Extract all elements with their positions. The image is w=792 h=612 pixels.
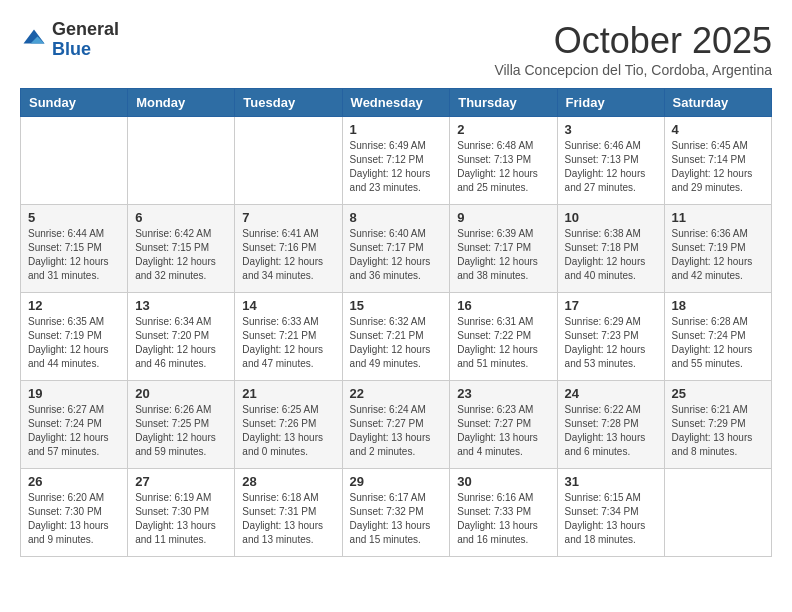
calendar-cell: [128, 117, 235, 205]
calendar-cell: [664, 469, 771, 557]
day-info: Sunrise: 6:35 AMSunset: 7:19 PMDaylight:…: [28, 315, 120, 371]
day-info: Sunrise: 6:20 AMSunset: 7:30 PMDaylight:…: [28, 491, 120, 547]
day-info: Sunrise: 6:27 AMSunset: 7:24 PMDaylight:…: [28, 403, 120, 459]
calendar-body: 1Sunrise: 6:49 AMSunset: 7:12 PMDaylight…: [21, 117, 772, 557]
day-info: Sunrise: 6:15 AMSunset: 7:34 PMDaylight:…: [565, 491, 657, 547]
day-info: Sunrise: 6:49 AMSunset: 7:12 PMDaylight:…: [350, 139, 443, 195]
calendar-cell: 7Sunrise: 6:41 AMSunset: 7:16 PMDaylight…: [235, 205, 342, 293]
calendar-cell: 30Sunrise: 6:16 AMSunset: 7:33 PMDayligh…: [450, 469, 557, 557]
day-number: 22: [350, 386, 443, 401]
day-info: Sunrise: 6:22 AMSunset: 7:28 PMDaylight:…: [565, 403, 657, 459]
day-number: 24: [565, 386, 657, 401]
calendar-cell: 4Sunrise: 6:45 AMSunset: 7:14 PMDaylight…: [664, 117, 771, 205]
day-number: 15: [350, 298, 443, 313]
calendar-cell: 2Sunrise: 6:48 AMSunset: 7:13 PMDaylight…: [450, 117, 557, 205]
logo: General Blue: [20, 20, 119, 60]
calendar-cell: 16Sunrise: 6:31 AMSunset: 7:22 PMDayligh…: [450, 293, 557, 381]
calendar-cell: 20Sunrise: 6:26 AMSunset: 7:25 PMDayligh…: [128, 381, 235, 469]
header-row: Sunday Monday Tuesday Wednesday Thursday…: [21, 89, 772, 117]
day-info: Sunrise: 6:40 AMSunset: 7:17 PMDaylight:…: [350, 227, 443, 283]
day-number: 8: [350, 210, 443, 225]
calendar-cell: 12Sunrise: 6:35 AMSunset: 7:19 PMDayligh…: [21, 293, 128, 381]
day-number: 5: [28, 210, 120, 225]
day-info: Sunrise: 6:46 AMSunset: 7:13 PMDaylight:…: [565, 139, 657, 195]
logo-icon: [20, 26, 48, 54]
day-number: 10: [565, 210, 657, 225]
title-section: October 2025 Villa Concepcion del Tio, C…: [494, 20, 772, 78]
day-info: Sunrise: 6:28 AMSunset: 7:24 PMDaylight:…: [672, 315, 764, 371]
col-saturday: Saturday: [664, 89, 771, 117]
calendar-cell: 13Sunrise: 6:34 AMSunset: 7:20 PMDayligh…: [128, 293, 235, 381]
day-info: Sunrise: 6:19 AMSunset: 7:30 PMDaylight:…: [135, 491, 227, 547]
day-number: 29: [350, 474, 443, 489]
calendar-cell: 14Sunrise: 6:33 AMSunset: 7:21 PMDayligh…: [235, 293, 342, 381]
day-info: Sunrise: 6:42 AMSunset: 7:15 PMDaylight:…: [135, 227, 227, 283]
calendar-cell: 3Sunrise: 6:46 AMSunset: 7:13 PMDaylight…: [557, 117, 664, 205]
day-info: Sunrise: 6:31 AMSunset: 7:22 PMDaylight:…: [457, 315, 549, 371]
logo-general: General: [52, 20, 119, 40]
calendar-cell: 6Sunrise: 6:42 AMSunset: 7:15 PMDaylight…: [128, 205, 235, 293]
calendar-cell: 11Sunrise: 6:36 AMSunset: 7:19 PMDayligh…: [664, 205, 771, 293]
location-subtitle: Villa Concepcion del Tio, Cordoba, Argen…: [494, 62, 772, 78]
day-number: 28: [242, 474, 334, 489]
day-number: 19: [28, 386, 120, 401]
day-number: 30: [457, 474, 549, 489]
day-number: 6: [135, 210, 227, 225]
day-info: Sunrise: 6:24 AMSunset: 7:27 PMDaylight:…: [350, 403, 443, 459]
day-info: Sunrise: 6:16 AMSunset: 7:33 PMDaylight:…: [457, 491, 549, 547]
day-number: 23: [457, 386, 549, 401]
calendar-cell: 29Sunrise: 6:17 AMSunset: 7:32 PMDayligh…: [342, 469, 450, 557]
day-info: Sunrise: 6:26 AMSunset: 7:25 PMDaylight:…: [135, 403, 227, 459]
day-info: Sunrise: 6:23 AMSunset: 7:27 PMDaylight:…: [457, 403, 549, 459]
day-info: Sunrise: 6:36 AMSunset: 7:19 PMDaylight:…: [672, 227, 764, 283]
day-number: 11: [672, 210, 764, 225]
calendar-cell: 10Sunrise: 6:38 AMSunset: 7:18 PMDayligh…: [557, 205, 664, 293]
day-info: Sunrise: 6:25 AMSunset: 7:26 PMDaylight:…: [242, 403, 334, 459]
month-title: October 2025: [494, 20, 772, 62]
calendar-header: Sunday Monday Tuesday Wednesday Thursday…: [21, 89, 772, 117]
calendar-cell: 15Sunrise: 6:32 AMSunset: 7:21 PMDayligh…: [342, 293, 450, 381]
day-number: 26: [28, 474, 120, 489]
day-info: Sunrise: 6:18 AMSunset: 7:31 PMDaylight:…: [242, 491, 334, 547]
day-info: Sunrise: 6:34 AMSunset: 7:20 PMDaylight:…: [135, 315, 227, 371]
col-sunday: Sunday: [21, 89, 128, 117]
day-number: 20: [135, 386, 227, 401]
calendar-cell: 17Sunrise: 6:29 AMSunset: 7:23 PMDayligh…: [557, 293, 664, 381]
day-info: Sunrise: 6:41 AMSunset: 7:16 PMDaylight:…: [242, 227, 334, 283]
week-row: 12Sunrise: 6:35 AMSunset: 7:19 PMDayligh…: [21, 293, 772, 381]
calendar-cell: 23Sunrise: 6:23 AMSunset: 7:27 PMDayligh…: [450, 381, 557, 469]
day-info: Sunrise: 6:17 AMSunset: 7:32 PMDaylight:…: [350, 491, 443, 547]
day-number: 12: [28, 298, 120, 313]
calendar-cell: 21Sunrise: 6:25 AMSunset: 7:26 PMDayligh…: [235, 381, 342, 469]
col-tuesday: Tuesday: [235, 89, 342, 117]
calendar-cell: 22Sunrise: 6:24 AMSunset: 7:27 PMDayligh…: [342, 381, 450, 469]
calendar-cell: [235, 117, 342, 205]
calendar-table: Sunday Monday Tuesday Wednesday Thursday…: [20, 88, 772, 557]
day-info: Sunrise: 6:33 AMSunset: 7:21 PMDaylight:…: [242, 315, 334, 371]
day-info: Sunrise: 6:48 AMSunset: 7:13 PMDaylight:…: [457, 139, 549, 195]
logo-text: General Blue: [52, 20, 119, 60]
week-row: 1Sunrise: 6:49 AMSunset: 7:12 PMDaylight…: [21, 117, 772, 205]
calendar-cell: 1Sunrise: 6:49 AMSunset: 7:12 PMDaylight…: [342, 117, 450, 205]
day-number: 18: [672, 298, 764, 313]
calendar-cell: 18Sunrise: 6:28 AMSunset: 7:24 PMDayligh…: [664, 293, 771, 381]
day-info: Sunrise: 6:39 AMSunset: 7:17 PMDaylight:…: [457, 227, 549, 283]
calendar-cell: 8Sunrise: 6:40 AMSunset: 7:17 PMDaylight…: [342, 205, 450, 293]
day-number: 27: [135, 474, 227, 489]
week-row: 26Sunrise: 6:20 AMSunset: 7:30 PMDayligh…: [21, 469, 772, 557]
calendar-cell: 31Sunrise: 6:15 AMSunset: 7:34 PMDayligh…: [557, 469, 664, 557]
day-number: 16: [457, 298, 549, 313]
calendar-cell: 5Sunrise: 6:44 AMSunset: 7:15 PMDaylight…: [21, 205, 128, 293]
day-number: 7: [242, 210, 334, 225]
calendar-cell: 19Sunrise: 6:27 AMSunset: 7:24 PMDayligh…: [21, 381, 128, 469]
page-header: General Blue October 2025 Villa Concepci…: [20, 20, 772, 78]
day-number: 1: [350, 122, 443, 137]
calendar-cell: [21, 117, 128, 205]
day-number: 4: [672, 122, 764, 137]
day-info: Sunrise: 6:29 AMSunset: 7:23 PMDaylight:…: [565, 315, 657, 371]
day-info: Sunrise: 6:38 AMSunset: 7:18 PMDaylight:…: [565, 227, 657, 283]
calendar-cell: 24Sunrise: 6:22 AMSunset: 7:28 PMDayligh…: [557, 381, 664, 469]
col-wednesday: Wednesday: [342, 89, 450, 117]
day-number: 14: [242, 298, 334, 313]
calendar-cell: 9Sunrise: 6:39 AMSunset: 7:17 PMDaylight…: [450, 205, 557, 293]
